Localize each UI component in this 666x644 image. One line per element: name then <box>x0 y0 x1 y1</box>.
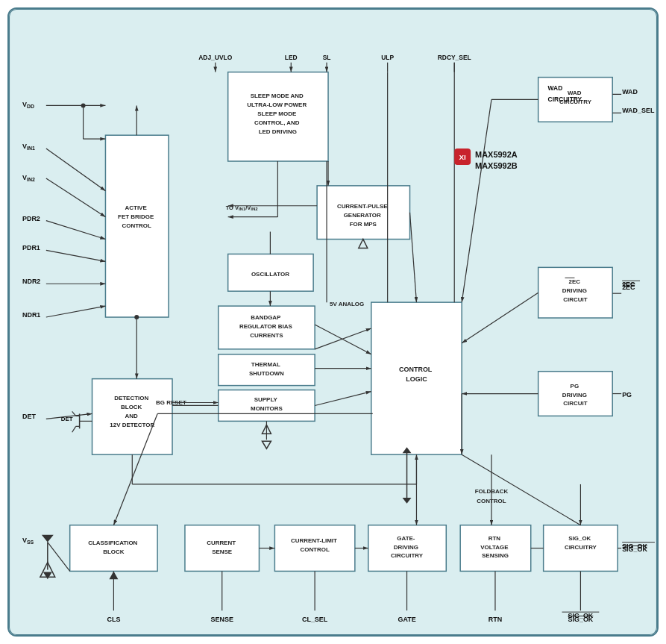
diagram-container: ACTIVE FET BRIDGE CONTROL SLEEP MODE AND… <box>7 7 659 637</box>
svg-point-166 <box>134 315 139 319</box>
svg-line-128 <box>462 454 580 525</box>
svg-marker-158 <box>109 571 118 579</box>
svg-marker-134 <box>403 498 412 504</box>
svg-text:ULP: ULP <box>381 54 394 61</box>
svg-rect-30 <box>460 525 531 572</box>
svg-text:CLASSIFICATION
      BLOCK: CLASSIFICATION BLOCK <box>88 540 139 555</box>
diagram-svg: ACTIVE FET BRIDGE CONTROL SLEEP MODE AND… <box>9 9 657 635</box>
svg-text:WAD
      CIRCUITRY: WAD CIRCUITRY <box>559 90 592 105</box>
svg-text:PG
      DRIVING
      CIRCUIT: PG DRIVING CIRCUIT <box>562 383 588 407</box>
svg-text:RTN
      VOLTAGE
      SENSIN: RTN VOLTAGE SENSING <box>480 535 509 560</box>
svg-line-107 <box>113 413 157 525</box>
svg-text:SIG_OK
      CIRCUITRY: SIG_OK CIRCUITRY <box>565 535 597 551</box>
svg-text:THERMAL
      SHUTDOWN: THERMAL SHUTDOWN <box>249 361 284 377</box>
svg-text:NDR2: NDR2 <box>22 278 40 285</box>
svg-line-147 <box>72 411 76 416</box>
svg-text:DET: DET <box>22 413 36 420</box>
svg-rect-10 <box>228 254 313 291</box>
svg-rect-6 <box>228 72 328 161</box>
svg-rect-138 <box>454 146 525 187</box>
svg-marker-137 <box>40 562 55 577</box>
svg-rect-36 <box>538 267 613 318</box>
svg-text:WAD: WAD <box>548 84 563 92</box>
svg-text:PDR2: PDR2 <box>22 215 40 222</box>
svg-text:CLS: CLS <box>107 616 120 623</box>
svg-text:CIRCUITRY: CIRCUITRY <box>548 96 582 103</box>
svg-line-75 <box>46 250 106 261</box>
svg-text:SL: SL <box>323 54 331 61</box>
svg-text:ADJ_UVLO: ADJ_UVLO <box>198 54 232 61</box>
svg-line-73 <box>46 178 106 217</box>
svg-text:GATE: GATE <box>398 616 415 623</box>
svg-text:PDR1: PDR1 <box>22 244 40 251</box>
svg-line-148 <box>72 426 76 432</box>
svg-text:CURRENT-LIMIT
      CONTROL: CURRENT-LIMIT CONTROL <box>291 537 339 553</box>
svg-text:CURRENT
      SENSE: CURRENT SENSE <box>207 540 237 555</box>
svg-marker-162 <box>359 240 368 248</box>
svg-rect-28 <box>368 525 447 572</box>
svg-marker-161 <box>262 425 271 434</box>
svg-text:GATE-
      DRIVING
      CIRC: GATE- DRIVING CIRCUITRY <box>391 535 424 560</box>
svg-text:WAD_SEL: WAD_SEL <box>622 107 655 114</box>
svg-line-135 <box>315 328 371 349</box>
svg-text:VIN2: VIN2 <box>22 174 35 182</box>
svg-rect-16 <box>219 390 315 422</box>
svg-text:WAD: WAD <box>622 88 638 96</box>
svg-text:DET: DET <box>61 416 73 422</box>
svg-text:FOLDBACK: FOLDBACK <box>475 488 509 495</box>
svg-text:CL_SEL: CL_SEL <box>302 616 328 623</box>
svg-marker-160 <box>43 572 52 579</box>
svg-marker-117 <box>42 535 54 543</box>
svg-text:MAX5992A: MAX5992A <box>475 150 518 159</box>
svg-rect-3 <box>9 9 657 635</box>
svg-rect-20 <box>371 302 462 454</box>
svg-marker-133 <box>403 447 412 453</box>
svg-text:PG: PG <box>622 391 632 398</box>
svg-line-116 <box>48 543 70 572</box>
svg-rect-34 <box>538 78 613 122</box>
svg-line-98 <box>315 392 371 406</box>
svg-text:VIN1: VIN1 <box>22 143 35 151</box>
svg-text:SLEEP MODE AND
      ULTRA-LOW: SLEEP MODE AND ULTRA-LOW POWER SLEEP MOD… <box>247 93 308 135</box>
svg-line-77 <box>46 306 106 317</box>
svg-text:2EC
      DRIVING
      CIRCUI: 2EC DRIVING CIRCUIT <box>562 278 588 303</box>
svg-text:2EC: 2EC <box>622 284 635 291</box>
svg-line-96 <box>315 325 371 354</box>
svg-line-74 <box>46 221 106 240</box>
svg-rect-12 <box>219 306 315 349</box>
svg-line-93 <box>410 213 417 302</box>
svg-text:BG RESET: BG RESET <box>156 399 186 406</box>
svg-text:NDR1: NDR1 <box>22 311 40 319</box>
svg-text:OSCILLATOR: OSCILLATOR <box>251 271 289 278</box>
svg-rect-14 <box>219 354 315 386</box>
svg-rect-24 <box>185 525 260 572</box>
svg-text:RDCY_SEL: RDCY_SEL <box>438 54 471 61</box>
svg-rect-26 <box>274 525 354 572</box>
svg-text:CURRENT-PULSE
      GENERATOR
: CURRENT-PULSE GENERATOR FOR MPS <box>337 203 389 228</box>
svg-line-99 <box>46 413 92 419</box>
svg-text:SIG_OK: SIG_OK <box>622 543 647 550</box>
svg-text:2EC: 2EC <box>622 281 635 288</box>
svg-text:XI: XI <box>459 153 466 161</box>
svg-text:LED: LED <box>285 54 298 61</box>
svg-text:SIG_OK: SIG_OK <box>622 545 647 553</box>
svg-rect-8 <box>317 186 409 240</box>
svg-text:TO VIN1/VIN2: TO VIN1/VIN2 <box>226 204 259 211</box>
svg-text:CONTROL
      LOGIC: CONTROL LOGIC <box>399 366 434 383</box>
svg-text:CONTROL: CONTROL <box>477 498 506 504</box>
svg-rect-18 <box>92 379 172 455</box>
svg-text:SENSE: SENSE <box>211 616 233 623</box>
svg-line-123 <box>462 293 538 343</box>
svg-text:DETECTION
      BLOCK
      AN: DETECTION BLOCK AND 12V DETECTOR <box>110 395 154 428</box>
svg-text:BANDGAP
      REGULATOR BIAS
 : BANDGAP REGULATOR BIAS CURRENTS <box>239 314 294 339</box>
svg-text:5V ANALOG: 5V ANALOG <box>330 301 364 307</box>
svg-point-78 <box>81 103 86 107</box>
svg-rect-32 <box>544 525 618 572</box>
svg-text:VDD: VDD <box>22 101 34 109</box>
svg-line-121 <box>462 99 491 302</box>
svg-rect-39 <box>538 372 613 416</box>
svg-rect-139 <box>454 149 471 165</box>
svg-text:SIG_OK: SIG_OK <box>568 616 594 623</box>
svg-rect-4 <box>105 135 169 317</box>
svg-line-72 <box>46 149 106 191</box>
